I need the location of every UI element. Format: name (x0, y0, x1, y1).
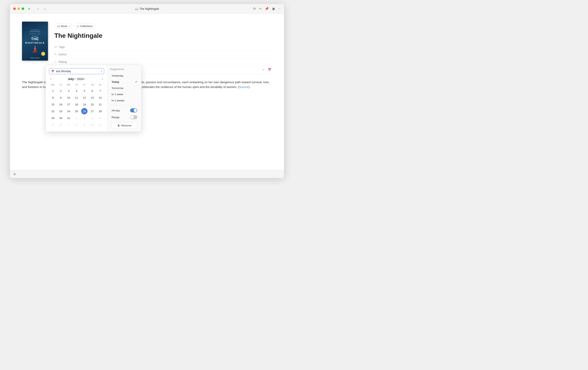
prev-month-button[interactable]: ‹ (49, 76, 52, 81)
close-button[interactable] (13, 7, 16, 10)
calendar-day[interactable]: 14 (97, 94, 103, 101)
calendar-day[interactable]: 26 (81, 108, 87, 114)
calendar-day[interactable]: 30 (58, 115, 64, 121)
calendar-week-row: 567891011 (49, 121, 104, 128)
all-day-toggle-thumb (134, 109, 137, 112)
calendar-day[interactable]: 7 (97, 87, 103, 94)
remove-button[interactable]: 🗑 Remove (112, 122, 137, 129)
book-type-badge[interactable]: 📖 Book ▾ (54, 24, 72, 29)
next-month-button[interactable]: › (101, 76, 104, 81)
calendar-week-row: 2930311234 (49, 115, 104, 121)
calendar-day[interactable]: 2 (81, 115, 87, 121)
refresh-icon[interactable]: ⟳ (253, 7, 256, 11)
calendar-day[interactable]: 17 (65, 101, 72, 108)
book-badges: 📖 Book ▾ 🗂 Collections (54, 24, 272, 29)
maximize-button[interactable] (21, 7, 24, 10)
cal-header-mo: Mo (49, 83, 57, 87)
calendar-day[interactable]: 20 (89, 101, 95, 108)
forward-button[interactable]: → (42, 6, 48, 11)
calendar-day[interactable]: 18 (73, 101, 80, 108)
collections-badge[interactable]: 🗂 Collections (74, 24, 95, 29)
calendar-day[interactable]: 3 (65, 87, 72, 94)
cover-eiffel-icon: 🗼 (31, 45, 40, 52)
suggestion-item[interactable]: Yesterday (110, 73, 139, 79)
suggestion-item[interactable]: Today✓ (110, 79, 139, 85)
year-selector[interactable]: 2024 ▾ (77, 77, 85, 81)
pin-icon[interactable]: 📌 (265, 7, 269, 11)
calendar-day[interactable]: 25 (73, 108, 80, 114)
author-icon: ✎ (54, 53, 57, 56)
tags-label: 🏷 Tags (54, 45, 86, 49)
layout-icon[interactable]: ▣ (272, 7, 275, 11)
range-label: Range (112, 116, 119, 119)
calendar-day[interactable]: 31 (65, 115, 72, 121)
calendar-day[interactable]: 16 (58, 101, 64, 108)
calendar-day[interactable]: 5 (81, 87, 87, 94)
range-toggle[interactable] (130, 115, 137, 119)
calendar-day[interactable]: 8 (50, 94, 56, 101)
calendar-day[interactable]: 29 (50, 115, 56, 121)
calendar-popover: 📅 ℹ ‹ July ▾ 2024 (46, 65, 141, 132)
calendar-search-bar[interactable]: 📅 ℹ (49, 68, 104, 74)
calendar-day[interactable]: 22 (50, 108, 56, 114)
range-toggle-thumb (130, 116, 134, 119)
calendar-day[interactable]: 10 (89, 122, 95, 128)
month-chevron: ▾ (74, 78, 75, 80)
cal-header-th: Th (73, 83, 80, 87)
rating-label: ☆ Rating (54, 60, 86, 63)
calendar-day[interactable]: 6 (58, 122, 64, 128)
calendar-day[interactable]: 7 (65, 122, 72, 128)
cal-header-tu: Tu (57, 83, 64, 87)
calendar-day[interactable]: 19 (81, 101, 87, 108)
scissors-icon[interactable]: ✂ (259, 7, 262, 11)
sidebar-toggle-button[interactable]: ≡ (27, 6, 31, 11)
calendar-week-row: 891011121314 (49, 94, 104, 101)
calendar-grid: Mo Tu We Th Fr Sa Su 1234567891011121314… (49, 83, 104, 128)
month-selector[interactable]: July ▾ (68, 77, 75, 81)
book-cover: The Number One International Bestseller … (22, 22, 48, 61)
cover-author: Kristin Hannah (30, 57, 40, 59)
calendar-day[interactable]: 9 (81, 122, 87, 128)
expand-date-button[interactable]: ⤢ (262, 68, 265, 72)
cover-medal (41, 52, 45, 56)
calendar-search-input[interactable] (56, 70, 99, 73)
calendar-day[interactable]: 10 (65, 94, 72, 101)
calendar-day[interactable]: 21 (97, 101, 103, 108)
source-link[interactable]: Source (239, 85, 249, 89)
calendar-day[interactable]: 8 (73, 122, 80, 128)
calendar-picker-button[interactable]: 📅 (267, 68, 272, 72)
calendar-day[interactable]: 28 (97, 108, 103, 114)
all-day-toggle[interactable] (130, 109, 137, 112)
calendar-day[interactable]: 24 (65, 108, 72, 114)
calendar-day[interactable]: 1 (73, 115, 80, 121)
range-row: Range (110, 114, 139, 120)
calendar-info-icon[interactable]: ℹ (101, 70, 102, 73)
suggestion-item[interactable]: In 1 week (110, 91, 139, 98)
calendar-day[interactable]: 1 (50, 87, 56, 94)
calendar-week-row: 1234567 (49, 87, 104, 94)
calendar-day[interactable]: 2 (58, 87, 64, 94)
tags-icon: 🏷 (54, 45, 57, 49)
calendar-day[interactable]: 27 (89, 108, 95, 114)
year-chevron: ▾ (84, 78, 85, 80)
book-title: The Nightingale (54, 32, 272, 39)
calendar-day[interactable]: 3 (89, 115, 95, 121)
more-icon[interactable]: ··· (278, 7, 281, 11)
calendar-day[interactable]: 11 (73, 94, 80, 101)
calendar-day[interactable]: 5 (50, 122, 56, 128)
calendar-day[interactable]: 23 (58, 108, 64, 114)
suggestion-item[interactable]: Tomorrow (110, 85, 139, 91)
suggestion-label: Today (112, 80, 119, 83)
calendar-day[interactable]: 11 (97, 122, 103, 128)
calendar-day[interactable]: 13 (89, 94, 95, 101)
calendar-day[interactable]: 12 (81, 94, 87, 101)
suggestion-label: Yesterday (112, 74, 124, 77)
calendar-day[interactable]: 9 (58, 94, 64, 101)
minimize-button[interactable] (17, 7, 20, 10)
calendar-day[interactable]: 4 (97, 115, 103, 121)
calendar-day[interactable]: 15 (50, 101, 56, 108)
back-button[interactable]: ← (35, 6, 41, 11)
suggestion-item[interactable]: In 2 weeks (110, 98, 139, 104)
calendar-day[interactable]: 4 (73, 87, 80, 94)
calendar-day[interactable]: 6 (89, 87, 95, 94)
